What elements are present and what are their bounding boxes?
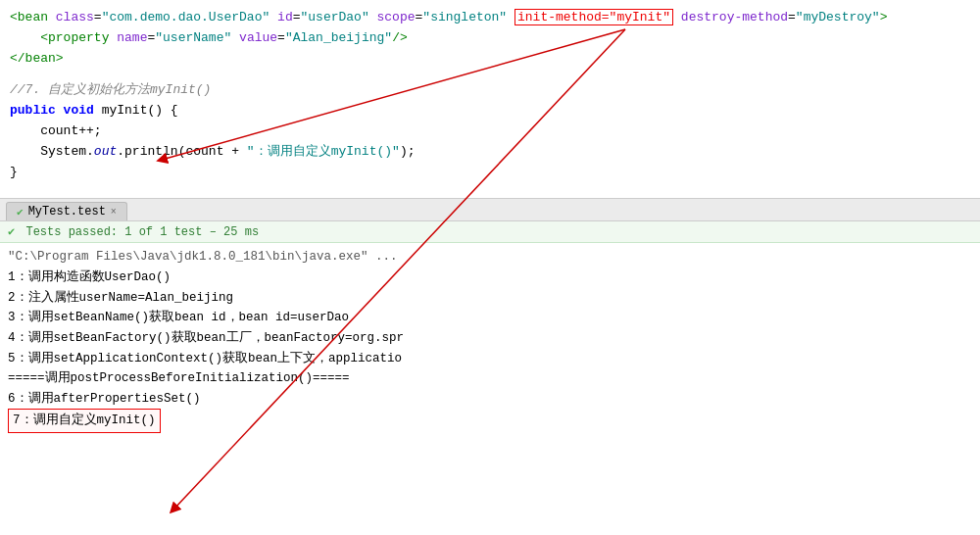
test-status-text: Tests passed: 1 of 1 test – 25 ms bbox=[25, 225, 259, 239]
java-out: out bbox=[94, 144, 117, 159]
xml-property-close: /> bbox=[392, 30, 408, 45]
xml-bean-end: </bean> bbox=[10, 51, 64, 66]
console-line-5: 5：调用setApplicationContext()获取bean上下文，app… bbox=[8, 349, 972, 369]
test-check-icon: ✔ bbox=[8, 225, 15, 239]
xml-class-attr: class bbox=[56, 10, 94, 24]
java-public-keyword: public bbox=[10, 103, 64, 118]
java-brace-close: } bbox=[10, 163, 970, 183]
xml-class-value: "com.demo.dao.UserDao" bbox=[102, 10, 270, 24]
console-text-4: 4：调用setBeanFactory()获取bean工厂，beanFactory… bbox=[8, 331, 404, 345]
console-line-0: "C:\Program Files\Java\jdk1.8.0_181\bin\… bbox=[8, 247, 972, 268]
java-method-signature: public void myInit() { bbox=[10, 101, 970, 122]
xml-line-3: </bean> bbox=[10, 49, 970, 70]
console-text-6: =====调用postProcessBeforeInitialization()… bbox=[8, 371, 350, 385]
xml-bean-open: <bean bbox=[10, 10, 56, 24]
tab-check-icon: ✔ bbox=[17, 206, 24, 219]
java-system: System. bbox=[40, 144, 94, 159]
java-println-line: System.out.println(count + "：调用自定义myInit… bbox=[10, 142, 970, 163]
console-text-1: 1：调用构造函数UserDao() bbox=[8, 270, 171, 284]
tab-mytest[interactable]: ✔ MyTest.test × bbox=[6, 202, 127, 220]
java-comment: //7. 自定义初始化方法myInit() bbox=[10, 80, 970, 101]
xml-value-attr: value bbox=[231, 30, 277, 45]
xml-destroy-attr: destroy-method bbox=[681, 10, 788, 24]
xml-name-value: "userName" bbox=[155, 30, 231, 45]
console-line-8: 7：调用自定义myInit() bbox=[8, 409, 972, 433]
code-area: <bean class="com.demo.dao.UserDao" id="u… bbox=[0, 0, 980, 190]
java-count-code: count++; bbox=[40, 123, 101, 138]
xml-property-tag: <property bbox=[40, 30, 117, 45]
console-path-text: "C:\Program Files\Java\jdk1.8.0_181\bin\… bbox=[8, 250, 398, 264]
java-count-line: count++; bbox=[10, 122, 970, 142]
console-line-6: =====调用postProcessBeforeInitialization()… bbox=[8, 368, 972, 389]
tab-bar: ✔ MyTest.test × bbox=[0, 198, 980, 221]
java-string: "：调用自定义myInit()" bbox=[247, 144, 400, 159]
spacer bbox=[10, 69, 970, 80]
test-status-bar: ✔ Tests passed: 1 of 1 test – 25 ms bbox=[0, 221, 980, 243]
tab-close-button[interactable]: × bbox=[111, 207, 117, 218]
xml-id-value: "userDao" bbox=[301, 10, 369, 24]
console-line-7: 6：调用afterPropertiesSet() bbox=[8, 389, 972, 410]
console-area: "C:\Program Files\Java\jdk1.8.0_181\bin\… bbox=[0, 243, 980, 437]
console-highlight-line-8: 7：调用自定义myInit() bbox=[8, 409, 161, 433]
xml-bean-close: > bbox=[880, 10, 888, 24]
console-line-4: 4：调用setBeanFactory()获取bean工厂，beanFactory… bbox=[8, 328, 972, 349]
console-text-7: 6：调用afterPropertiesSet() bbox=[8, 392, 201, 406]
xml-scope-value: "singleton" bbox=[422, 10, 507, 24]
java-paren-close: ); bbox=[400, 144, 416, 159]
xml-value-value: "Alan_beijing" bbox=[285, 30, 392, 45]
xml-destroy-value: "myDestroy" bbox=[796, 10, 880, 24]
console-line-1: 1：调用构造函数UserDao() bbox=[8, 268, 972, 288]
xml-init-method-highlight: init-method="myInit" bbox=[514, 9, 673, 25]
console-text-3: 3：调用setBeanName()获取bean id，bean id=userD… bbox=[8, 311, 349, 324]
xml-scope-attr: scope bbox=[369, 10, 416, 24]
xml-name-attr: name bbox=[117, 30, 147, 45]
console-line-3: 3：调用setBeanName()获取bean id，bean id=userD… bbox=[8, 308, 972, 328]
tab-label: MyTest.test bbox=[28, 205, 106, 219]
java-void-keyword: void bbox=[64, 103, 102, 118]
console-line-2: 2：注入属性userName=Alan_beijing bbox=[8, 288, 972, 309]
java-println: .println(count + bbox=[117, 144, 247, 159]
xml-line-2: <property name="userName" value="Alan_be… bbox=[10, 28, 970, 49]
java-myinit-method: myInit() { bbox=[102, 103, 178, 118]
console-text-2: 2：注入属性userName=Alan_beijing bbox=[8, 291, 233, 305]
console-text-5: 5：调用setApplicationContext()获取bean上下文，app… bbox=[8, 352, 402, 365]
xml-line-1: <bean class="com.demo.dao.UserDao" id="u… bbox=[10, 8, 970, 28]
xml-id-attr: id bbox=[270, 10, 292, 24]
